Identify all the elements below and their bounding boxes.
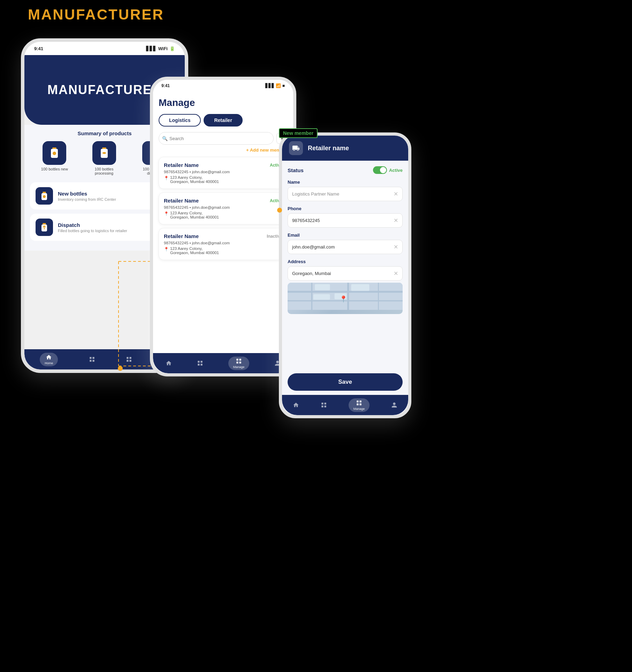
phone3-phone-input: 98765432245: [292, 218, 391, 223]
phone3-email-clear[interactable]: ✕: [394, 244, 398, 250]
phone3-container: Retailer name Status Active Name Logisti…: [279, 132, 411, 418]
phone1-nav-grid1[interactable]: [89, 356, 95, 362]
phone3-header-icon: [289, 141, 303, 155]
product-label-new: 100 bottles new: [41, 167, 68, 171]
phone2-statusbar: 9:41 ▋▋▋ 📶 ■: [153, 80, 293, 92]
retailer-card-3[interactable]: Retailer Name Inactive 98765432245 • joh…: [159, 228, 288, 260]
location-icon-3: 📍: [164, 247, 169, 252]
phone3-form: Status Active Name Logistics Partner Nam…: [282, 161, 408, 395]
phone2-body: 9:41 ▋▋▋ 📶 ■ Manage Logistics Retailer 🔍: [150, 77, 296, 376]
location-icon-1: 📍: [164, 176, 169, 181]
search-icon: 🔍: [162, 136, 168, 141]
tab-retailer[interactable]: Retailer: [204, 114, 242, 127]
save-button[interactable]: Save: [288, 373, 403, 391]
svg-rect-9: [43, 192, 46, 193]
phone3-phone-group: Phone 98765432245 ✕: [288, 206, 403, 228]
svg-rect-27: [351, 284, 369, 291]
phone3-address-input: Goregaon, Mumbai: [292, 271, 391, 276]
new-bottles-text: New bottles Inventory coming from IRC Ce…: [58, 191, 116, 201]
phone3-phone-label: Phone: [288, 206, 403, 211]
phone2-container: 9:41 ▋▋▋ 📶 ■ Manage Logistics Retailer 🔍: [150, 77, 296, 376]
phone3-name-group: Name Logistics Partner Name ✕: [288, 180, 403, 201]
dot-connector-1: [118, 366, 123, 371]
phone3-nav-grid[interactable]: [321, 402, 327, 408]
wifi-icon: WiFi: [158, 46, 168, 51]
phone1-nav-home[interactable]: Home: [40, 353, 58, 366]
phone3-email-input-row[interactable]: john.doe@gmail.com ✕: [288, 240, 403, 254]
phone3-email-input: john.doe@gmail.com: [292, 244, 391, 250]
product-icon-processing: [92, 141, 116, 165]
phone1-brand: MANUFACTURER: [47, 83, 162, 97]
phone2-wifi-icon: 📶: [276, 83, 281, 88]
phone3-phone-clear[interactable]: ✕: [394, 217, 398, 224]
phone3-address-group: Address Goregaon, Mumbai ✕: [288, 259, 403, 314]
phone1-notch: [74, 45, 115, 52]
phone3-nav: Manage: [282, 395, 408, 415]
phone1-status-icons: ▋▋▋ WiFi 🔋: [146, 46, 175, 51]
svg-point-11: [43, 195, 46, 198]
phone2-nav: Manage: [153, 353, 293, 373]
phone1-statusbar: 9:41 ▋▋▋ WiFi 🔋: [24, 42, 185, 55]
phone3-address-label: Address: [288, 259, 403, 264]
phone2-tabs: Logistics Retailer: [159, 114, 288, 127]
retailer-name-2: Retailer Name: [164, 198, 199, 204]
svg-rect-25: [315, 284, 330, 290]
phone3-header: Retailer name: [282, 136, 408, 161]
phone3-address-input-row[interactable]: Goregaon, Mumbai ✕: [288, 266, 403, 281]
phone2-battery-icon: ■: [282, 83, 285, 88]
phone2-nav-manage[interactable]: Manage: [228, 357, 250, 370]
phone1-time: 9:41: [34, 46, 43, 51]
phone2-time: 9:41: [161, 83, 170, 88]
product-item-processing[interactable]: 100 bottles processing: [90, 141, 118, 175]
signal-icon: ▋▋▋: [146, 46, 157, 51]
page-title: MANUFACTURER: [28, 6, 164, 23]
phone1-nav-grid2[interactable]: [126, 356, 132, 362]
phone2-nav-grid[interactable]: [197, 360, 203, 366]
phone3-nav-user[interactable]: [391, 402, 397, 408]
dispatch-title: Dispatch: [58, 222, 127, 228]
phone2-status-icons: ▋▋▋ 📶 ■: [265, 83, 285, 88]
phone3-header-title: Retailer name: [308, 145, 349, 152]
phone3-status-value: Active: [389, 168, 403, 173]
phone3-toggle[interactable]: [373, 166, 387, 174]
product-item-new[interactable]: 100 bottles new: [41, 141, 68, 175]
phone2-heading: Manage: [159, 97, 288, 108]
new-bottles-icon: [36, 187, 53, 205]
phone2-search-row: 🔍: [159, 132, 288, 145]
phone3-name-label: Name: [288, 180, 403, 185]
phone2-content: Manage Logistics Retailer 🔍 + Add new me…: [153, 92, 293, 269]
phone3-email-label: Email: [288, 232, 403, 238]
phone3-nav-manage[interactable]: Manage: [349, 398, 370, 412]
retailer-name-1: Retailer Name: [164, 162, 199, 168]
phone2-nav-home[interactable]: [166, 360, 172, 366]
phone2-search-wrapper: 🔍: [159, 132, 274, 145]
dispatch-desc: Filled bottles going to logistics for re…: [58, 229, 127, 233]
new-bottles-title: New bottles: [58, 191, 116, 197]
product-icon-new: [43, 141, 66, 165]
product-label-processing: 100 bottles processing: [90, 167, 118, 175]
tab-logistics[interactable]: Logistics: [159, 114, 201, 127]
location-icon-2: 📍: [164, 211, 169, 216]
retailer-address-3: 📍 123 Aarey Colony,Goregaon, Mumbai 4000…: [164, 246, 282, 255]
retailer-card-1[interactable]: Retailer Name Active 98765432245 • john.…: [159, 157, 288, 189]
retailer-card-2[interactable]: Retailer Name Active 98765432245 • john.…: [159, 192, 288, 224]
phone2-nav-manage-label: Manage: [233, 365, 245, 369]
phone2-signal-icon: ▋▋▋: [265, 83, 275, 88]
svg-rect-3: [102, 147, 106, 149]
phone3-name-input-row[interactable]: Logistics Partner Name ✕: [288, 187, 403, 201]
phone3-address-clear[interactable]: ✕: [394, 270, 398, 277]
phone3-map-preview: 📍: [288, 283, 403, 314]
add-new-member[interactable]: + Add new member: [159, 147, 288, 153]
retailer-card-1-header: Retailer Name Active: [164, 162, 282, 168]
phone3-nav-manage-label: Manage: [353, 407, 365, 411]
retailer-card-3-header: Retailer Name Inactive: [164, 233, 282, 239]
phone3-nav-home[interactable]: [293, 402, 299, 408]
map-pin-icon: 📍: [340, 295, 347, 303]
battery-icon: 🔋: [169, 46, 175, 51]
search-input[interactable]: [159, 132, 274, 145]
phone1-nav-home-label: Home: [45, 361, 53, 365]
phone3-phone-input-row[interactable]: 98765432245 ✕: [288, 213, 403, 228]
retailer-contact-1: 98765432245 • john.doe@gmail.com: [164, 170, 282, 174]
phone3-name-clear[interactable]: ✕: [394, 191, 398, 197]
dispatch-text: Dispatch Filled bottles going to logisti…: [58, 222, 127, 233]
